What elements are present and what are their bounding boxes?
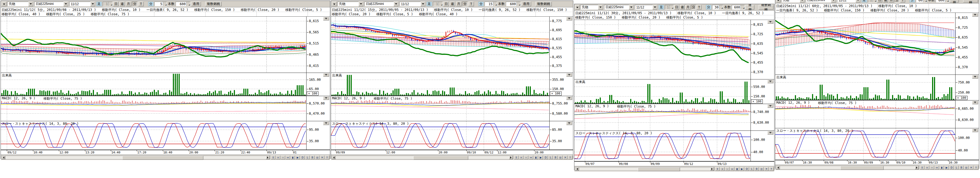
scroll-left-button[interactable] (332, 156, 336, 159)
chart-tool-button-3[interactable]: − (930, 166, 934, 170)
spinner-corner-button[interactable]: ◢ (493, 2, 497, 6)
collapse-pane-button[interactable] (566, 122, 572, 125)
period-button-T[interactable]: T (138, 2, 144, 6)
chevron-down-icon[interactable] (394, 2, 399, 6)
chart-tool-button-7[interactable]: D (745, 167, 749, 171)
multi-symbol-button[interactable]: 複数銘柄 (535, 2, 552, 6)
chart-tool-button-2[interactable]: + (519, 156, 523, 159)
chart-tool-button-11[interactable]: ✕ (563, 156, 568, 159)
chart-tool-button-5[interactable]: ▮ (533, 156, 538, 159)
chart-tool-button-3[interactable]: − (524, 156, 528, 159)
period-button-日[interactable]: 日 (674, 5, 679, 10)
minute-spinner[interactable]: 15◢ (485, 2, 497, 6)
period-button-日[interactable]: 日 (113, 2, 119, 6)
chart-tool-button-12[interactable]: ↑ (769, 167, 774, 171)
chart-tool-button-9[interactable]: B (310, 156, 315, 159)
spinner-corner-button[interactable]: ◢ (516, 2, 520, 6)
period-button-日[interactable]: 日 (877, 0, 882, 2)
scrollbar-thumb[interactable] (840, 166, 884, 170)
symbol-select[interactable]: 日経225mini (364, 2, 399, 6)
chart-tool-button-8[interactable]: L (305, 156, 310, 159)
chart-tool-button-7[interactable]: D (300, 156, 305, 159)
chart-tool-button-8[interactable]: L (954, 166, 959, 170)
symbol-select[interactable]: 日経225mini (604, 5, 634, 10)
contract-select[interactable]: 11/12 (635, 5, 658, 10)
multi-symbol-button[interactable]: 複数銘柄 (759, 5, 773, 10)
spinner-corner-button[interactable]: ◢ (439, 2, 442, 6)
time-scrollbar[interactable] (2, 156, 270, 159)
scroll-right-button[interactable] (915, 166, 919, 169)
chart-tool-button-3[interactable]: − (725, 167, 730, 171)
collapse-pane-button[interactable] (566, 96, 572, 100)
time-scrollbar[interactable] (332, 156, 513, 159)
chart-tool-button-10[interactable]: ◎ (759, 167, 764, 171)
scroll-right-button[interactable] (266, 156, 270, 159)
symbol-select[interactable]: 日経225mini (34, 2, 68, 6)
market-select[interactable]: 先物 (581, 5, 603, 10)
collapse-pane-button[interactable] (323, 17, 329, 21)
scrollbar-thumb[interactable] (413, 156, 468, 160)
scrollbar-thumb[interactable] (122, 156, 204, 160)
chart-tool-button-1[interactable]: ↕ (514, 156, 519, 159)
chevron-down-icon[interactable] (800, 0, 805, 2)
apply-button[interactable]: 適用 (191, 2, 201, 6)
market-select[interactable]: 先物 (781, 0, 805, 2)
chevron-down-icon[interactable] (28, 2, 33, 6)
chart-tool-button-5[interactable]: ▮ (290, 156, 295, 159)
period-button-日[interactable]: 日 (444, 2, 449, 6)
scrollbar-thumb[interactable] (638, 167, 680, 171)
bar-multiplier-spinner[interactable]: 1◢ (868, 0, 877, 2)
scroll-left-button[interactable] (575, 167, 579, 171)
chart-tool-button-11[interactable]: ✕ (969, 166, 974, 170)
chevron-down-icon[interactable] (856, 0, 861, 2)
contract-select[interactable]: 11/12 (399, 2, 426, 6)
chevron-down-icon[interactable] (358, 2, 363, 6)
bar-multiplier-spinner[interactable]: 1◢ (103, 2, 113, 6)
spinner-corner-button[interactable]: ◢ (945, 0, 949, 2)
chart-tool-button-8[interactable]: L (749, 167, 754, 171)
period-button-T[interactable]: T (697, 5, 702, 10)
apply-button[interactable]: 適用 (521, 2, 531, 6)
chart-tool-button-8[interactable]: L (548, 156, 553, 159)
collapse-pane-button[interactable] (323, 73, 329, 77)
chevron-down-icon[interactable] (831, 0, 836, 2)
chart-tool-button-9[interactable]: B (553, 156, 558, 159)
spinner-corner-button[interactable]: ◢ (872, 0, 876, 2)
multi-symbol-button[interactable]: 複数銘柄 (963, 0, 978, 2)
period-button-週[interactable]: 週 (680, 5, 685, 10)
window-menu-button[interactable] (332, 2, 337, 6)
collapse-pane-button[interactable] (767, 20, 773, 24)
chart-tool-button-7[interactable]: D (543, 156, 548, 159)
collapse-pane-button[interactable] (972, 13, 978, 17)
chevron-down-icon[interactable] (91, 2, 95, 6)
spinner-corner-button[interactable]: ◢ (740, 5, 744, 9)
collapse-pane-button[interactable] (972, 75, 978, 79)
chart-tool-button-11[interactable]: ✕ (320, 156, 325, 159)
chart-tool-button-2[interactable]: + (720, 167, 725, 171)
time-scrollbar[interactable] (575, 167, 714, 171)
chart-tool-button-4[interactable]: ↔ (286, 156, 290, 159)
spinner-corner-button[interactable]: ◢ (163, 2, 167, 6)
spinner-corner-button[interactable]: ◢ (108, 2, 112, 6)
chart-tool-button-9[interactable]: B (754, 167, 759, 171)
apply-button[interactable]: 適用 (950, 0, 959, 2)
scroll-right-button[interactable] (710, 167, 714, 171)
scroll-left-button[interactable] (776, 166, 780, 169)
chart-tool-button-3[interactable]: − (281, 156, 285, 159)
count-spinner[interactable]: 600◢ (935, 0, 949, 2)
chart-tool-button-2[interactable]: + (925, 166, 929, 170)
period-button-分[interactable]: 分 (462, 2, 468, 6)
minute-spinner[interactable]: 5◢ (154, 2, 167, 6)
chart-tool-button-10[interactable]: ◎ (964, 166, 969, 170)
scroll-left-button[interactable] (2, 156, 5, 159)
chart-tool-button-6[interactable]: ▶ (944, 166, 949, 170)
collapse-pane-button[interactable] (767, 80, 773, 83)
chevron-down-icon[interactable] (598, 5, 603, 10)
chart-tool-button-4[interactable]: ↔ (529, 156, 533, 159)
count-spinner[interactable]: 600◢ (176, 2, 190, 6)
chart-tool-button-6[interactable]: ▶ (538, 156, 543, 159)
period-button-T[interactable]: T (468, 2, 474, 6)
apply-button[interactable]: 適用 (745, 5, 754, 10)
period-button-月[interactable]: 月 (686, 5, 690, 10)
chart-tool-button-5[interactable]: ▮ (735, 167, 739, 171)
